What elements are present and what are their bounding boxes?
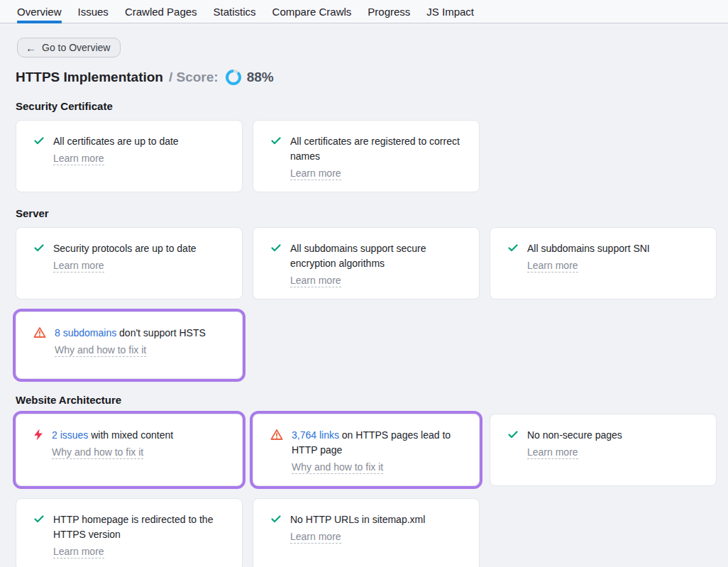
learn-more-link[interactable]: Learn more [53, 545, 104, 558]
card-mixed-content-issue: 2 issues with mixed content Why and how … [16, 414, 243, 486]
card-message: All subdomains support secure encryption… [290, 241, 462, 271]
card-message: No non-secure pages [527, 428, 622, 443]
tab-issues[interactable]: Issues [78, 0, 109, 23]
learn-more-link[interactable]: Learn more [290, 274, 341, 287]
card-message: HTTP homepage is redirected to the HTTPS… [53, 512, 225, 542]
section-title-security-certificate: Security Certificate [16, 100, 716, 112]
learn-more-link[interactable]: Learn more [290, 167, 341, 180]
learn-more-link[interactable]: Learn more [53, 259, 104, 273]
check-icon [270, 512, 282, 544]
card-message: 8 subdomains don't support HSTS [55, 326, 206, 341]
website-architecture-grid: 2 issues with mixed content Why and how … [16, 414, 716, 567]
card-security-protocols: Security protocols are up to date Learn … [16, 227, 243, 299]
card-message-text: with mixed content [88, 429, 173, 441]
card-sitemap-urls: No HTTP URLs in sitemap.xml Learn more [253, 498, 480, 567]
learn-more-link[interactable]: Learn more [527, 259, 578, 273]
card-message: All certificates are registered to corre… [290, 134, 462, 164]
learn-more-link[interactable]: Learn more [527, 446, 578, 459]
lightning-bolt-icon [33, 428, 43, 459]
card-message-text: don't support HSTS [116, 327, 206, 338]
subdomains-count-link[interactable]: 8 subdomains [55, 327, 116, 338]
warning-triangle-icon [33, 326, 46, 357]
check-icon [33, 512, 45, 558]
score-gauge [226, 70, 241, 85]
card-message: Security protocols are up to date [53, 241, 197, 256]
check-icon [507, 241, 519, 273]
tab-statistics[interactable]: Statistics [214, 0, 256, 23]
card-http-links-issue: 3,764 links on HTTPS pages lead to HTTP … [253, 414, 480, 486]
tab-js-impact[interactable]: JS Impact [426, 0, 474, 23]
card-encryption-algorithms: All subdomains support secure encryption… [253, 227, 480, 299]
card-message: All certificates are up to date [53, 134, 179, 149]
card-non-secure-pages: No non-secure pages Learn more [490, 414, 717, 486]
card-certificates-registered: All certificates are registered to corre… [253, 120, 480, 192]
why-and-how-to-fix-link[interactable]: Why and how to fix it [292, 461, 383, 474]
page-title: HTTPS Implementation / Score: 88% [16, 70, 716, 85]
learn-more-link[interactable]: Learn more [53, 152, 104, 165]
go-to-overview-label: Go to Overview [42, 42, 110, 53]
card-sni-support: All subdomains support SNI Learn more [490, 227, 717, 299]
links-count-link[interactable]: 3,764 links [292, 429, 339, 441]
card-message: No HTTP URLs in sitemap.xml [290, 512, 425, 527]
tab-compare-crawls[interactable]: Compare Crawls [272, 0, 352, 23]
tab-overview[interactable]: Overview [17, 0, 62, 23]
card-homepage-redirect: HTTP homepage is redirected to the HTTPS… [16, 498, 243, 567]
card-message: 3,764 links on HTTPS pages lead to HTTP … [292, 428, 462, 458]
check-icon [507, 428, 519, 459]
check-icon [33, 134, 45, 165]
issues-count-link[interactable]: 2 issues [52, 429, 88, 441]
card-hsts-issue: 8 subdomains don't support HSTS Why and … [16, 312, 243, 379]
section-title-website-architecture: Website Architecture [16, 394, 716, 406]
page-title-text: HTTPS Implementation [16, 70, 163, 85]
main-content: ← Go to Overview HTTPS Implementation / … [0, 23, 728, 567]
top-nav: Overview Issues Crawled Pages Statistics… [0, 0, 728, 23]
back-arrow-icon: ← [26, 43, 36, 53]
go-to-overview-button[interactable]: ← Go to Overview [17, 38, 121, 57]
check-icon [270, 241, 282, 287]
score-label: / Score: [169, 70, 219, 85]
check-icon [33, 241, 45, 273]
why-and-how-to-fix-link[interactable]: Why and how to fix it [55, 343, 146, 357]
card-certificates-up-to-date: All certificates are up to date Learn mo… [16, 120, 243, 192]
warning-triangle-icon [270, 428, 283, 474]
section-title-server: Server [16, 207, 716, 219]
security-certificate-grid: All certificates are up to date Learn mo… [16, 120, 716, 192]
check-icon [270, 134, 282, 180]
card-message: 2 issues with mixed content [52, 428, 173, 443]
why-and-how-to-fix-link[interactable]: Why and how to fix it [52, 446, 143, 459]
tab-crawled-pages[interactable]: Crawled Pages [125, 0, 197, 23]
learn-more-link[interactable]: Learn more [290, 530, 341, 544]
server-grid: Security protocols are up to date Learn … [16, 227, 716, 379]
card-message: All subdomains support SNI [527, 241, 650, 256]
tab-progress[interactable]: Progress [368, 0, 410, 23]
score-value: 88% [247, 70, 274, 85]
